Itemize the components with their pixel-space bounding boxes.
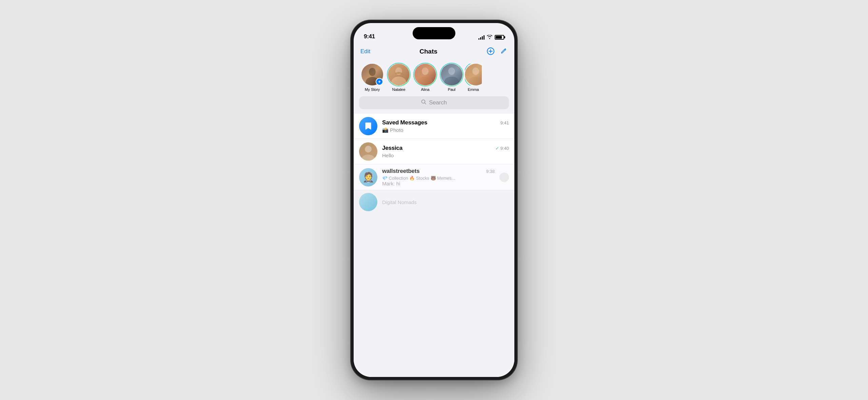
svg-point-9 xyxy=(472,67,479,75)
add-contact-icon[interactable] xyxy=(487,47,495,56)
wallstreetbets-name: wallstreetbets xyxy=(382,168,420,175)
nav-bar: Edit Chats xyxy=(354,43,514,60)
svg-point-12 xyxy=(365,146,372,153)
story-item-natalee[interactable]: Natalee xyxy=(386,64,412,92)
story-name-natalee: Natalee xyxy=(392,87,406,92)
compose-icon[interactable] xyxy=(500,47,508,56)
digital-nomads-partial: Digital Nomads xyxy=(354,190,514,214)
search-bar[interactable]: Search xyxy=(359,96,509,109)
chat-item-wallstreetbets[interactable]: 🤵 wallstreetbets 9:38 💎 Collection 🔥 Sto… xyxy=(354,164,514,190)
story-item-mystory[interactable]: + My Story xyxy=(359,64,386,92)
saved-messages-preview: 📸 Photo xyxy=(382,127,403,133)
signal-icon xyxy=(478,35,485,40)
edit-button[interactable]: Edit xyxy=(360,48,370,55)
story-item-paul[interactable]: Paul xyxy=(438,64,465,92)
status-time: 9:41 xyxy=(364,33,375,40)
status-icons xyxy=(478,34,504,40)
story-avatar-paul xyxy=(441,64,462,85)
svg-point-13 xyxy=(361,155,375,161)
story-avatar-alina xyxy=(414,64,436,85)
search-icon xyxy=(421,99,427,106)
wifi-icon xyxy=(487,34,492,40)
message-check-icon: ✓ xyxy=(495,146,499,151)
svg-point-5 xyxy=(422,67,429,75)
story-item-alina[interactable]: Alina xyxy=(412,64,438,92)
wsb-tags: 💎 Collection 🔥 Stocks 🐻 Memes... xyxy=(382,176,455,181)
phone-screen: 9:41 xyxy=(354,23,514,377)
digital-nomads-avatar xyxy=(359,193,377,211)
fade-overlay xyxy=(354,336,514,377)
jessica-content: Jessica ✓ 9:40 Hello xyxy=(382,145,509,158)
phone-frame: 9:41 xyxy=(351,20,517,380)
chat-item-jessica[interactable]: Jessica ✓ 9:40 Hello xyxy=(354,139,514,164)
saved-messages-content: Saved Messages 9:41 📸 Photo xyxy=(382,119,509,133)
story-item-emma[interactable]: Emma xyxy=(465,64,482,92)
story-plus-badge: + xyxy=(376,78,383,85)
saved-messages-avatar xyxy=(359,117,377,135)
wsb-preview: Mark: hi xyxy=(382,181,400,186)
battery-icon xyxy=(495,35,504,40)
story-name-paul: Paul xyxy=(448,87,456,92)
wallstreetbets-avatar: 🤵 xyxy=(359,168,377,186)
search-placeholder-text: Search xyxy=(429,99,447,106)
chats-title: Chats xyxy=(419,48,437,55)
chat-list: Saved Messages 9:41 📸 Photo xyxy=(354,113,514,377)
saved-messages-time: 9:41 xyxy=(500,120,509,125)
jessica-preview: Hello xyxy=(382,153,394,158)
chat-item-saved-messages[interactable]: Saved Messages 9:41 📸 Photo xyxy=(354,113,514,139)
mute-icon xyxy=(499,173,509,182)
story-name-emma: Emma xyxy=(465,87,482,92)
svg-point-1 xyxy=(369,68,376,76)
wsb-avatar-emoji: 🤵 xyxy=(359,168,377,186)
digital-nomads-name: Digital Nomads xyxy=(382,199,417,205)
dynamic-island xyxy=(413,27,455,39)
jessica-avatar xyxy=(359,142,377,161)
jessica-time: 9:40 xyxy=(500,146,509,151)
svg-point-7 xyxy=(448,67,455,75)
story-avatar-natalee xyxy=(388,64,410,85)
wallstreetbets-time: 9:38 xyxy=(486,169,495,174)
jessica-name: Jessica xyxy=(382,145,402,152)
svg-point-10 xyxy=(468,77,482,85)
story-name-alina: Alina xyxy=(421,87,429,92)
story-name-mystory: My Story xyxy=(365,87,380,92)
nav-actions xyxy=(487,47,508,56)
stories-row: + My Story xyxy=(354,60,514,96)
wallstreetbets-content: wallstreetbets 9:38 💎 Collection 🔥 Stock… xyxy=(382,168,495,186)
saved-messages-name: Saved Messages xyxy=(382,119,427,126)
